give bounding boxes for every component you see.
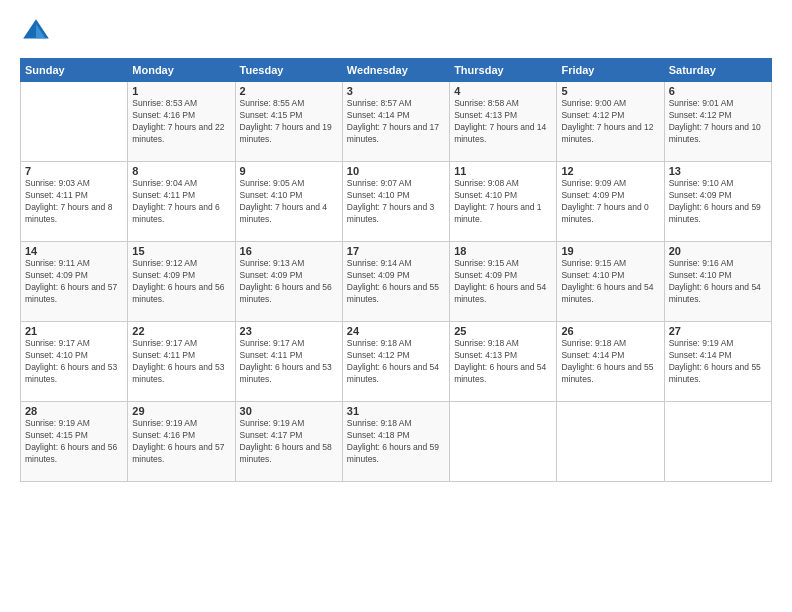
day-info: Sunrise: 8:55 AMSunset: 4:15 PMDaylight:… <box>240 98 338 146</box>
calendar-cell: 8Sunrise: 9:04 AMSunset: 4:11 PMDaylight… <box>128 162 235 242</box>
day-number: 18 <box>454 245 552 257</box>
calendar-cell: 7Sunrise: 9:03 AMSunset: 4:11 PMDaylight… <box>21 162 128 242</box>
day-info: Sunrise: 9:18 AMSunset: 4:12 PMDaylight:… <box>347 338 445 386</box>
svg-marker-1 <box>36 24 46 38</box>
calendar-cell: 10Sunrise: 9:07 AMSunset: 4:10 PMDayligh… <box>342 162 449 242</box>
calendar-cell: 26Sunrise: 9:18 AMSunset: 4:14 PMDayligh… <box>557 322 664 402</box>
weekday-header-thursday: Thursday <box>450 59 557 82</box>
day-info: Sunrise: 9:13 AMSunset: 4:09 PMDaylight:… <box>240 258 338 306</box>
weekday-header-wednesday: Wednesday <box>342 59 449 82</box>
day-info: Sunrise: 9:18 AMSunset: 4:18 PMDaylight:… <box>347 418 445 466</box>
header <box>20 16 772 48</box>
calendar-cell: 23Sunrise: 9:17 AMSunset: 4:11 PMDayligh… <box>235 322 342 402</box>
calendar-cell <box>21 82 128 162</box>
day-number: 21 <box>25 325 123 337</box>
day-info: Sunrise: 9:05 AMSunset: 4:10 PMDaylight:… <box>240 178 338 226</box>
day-info: Sunrise: 9:09 AMSunset: 4:09 PMDaylight:… <box>561 178 659 226</box>
day-info: Sunrise: 9:00 AMSunset: 4:12 PMDaylight:… <box>561 98 659 146</box>
day-info: Sunrise: 8:53 AMSunset: 4:16 PMDaylight:… <box>132 98 230 146</box>
day-number: 13 <box>669 165 767 177</box>
week-row-3: 21Sunrise: 9:17 AMSunset: 4:10 PMDayligh… <box>21 322 772 402</box>
day-number: 28 <box>25 405 123 417</box>
day-info: Sunrise: 9:19 AMSunset: 4:17 PMDaylight:… <box>240 418 338 466</box>
day-info: Sunrise: 9:17 AMSunset: 4:11 PMDaylight:… <box>132 338 230 386</box>
day-number: 15 <box>132 245 230 257</box>
calendar-cell: 13Sunrise: 9:10 AMSunset: 4:09 PMDayligh… <box>664 162 771 242</box>
day-number: 7 <box>25 165 123 177</box>
day-number: 26 <box>561 325 659 337</box>
logo-icon <box>20 16 52 48</box>
day-info: Sunrise: 9:15 AMSunset: 4:09 PMDaylight:… <box>454 258 552 306</box>
calendar-table: SundayMondayTuesdayWednesdayThursdayFrid… <box>20 58 772 482</box>
day-number: 4 <box>454 85 552 97</box>
day-info: Sunrise: 9:11 AMSunset: 4:09 PMDaylight:… <box>25 258 123 306</box>
calendar-cell: 21Sunrise: 9:17 AMSunset: 4:10 PMDayligh… <box>21 322 128 402</box>
day-number: 9 <box>240 165 338 177</box>
calendar-cell: 2Sunrise: 8:55 AMSunset: 4:15 PMDaylight… <box>235 82 342 162</box>
day-info: Sunrise: 9:12 AMSunset: 4:09 PMDaylight:… <box>132 258 230 306</box>
day-number: 6 <box>669 85 767 97</box>
calendar-cell: 22Sunrise: 9:17 AMSunset: 4:11 PMDayligh… <box>128 322 235 402</box>
week-row-0: 1Sunrise: 8:53 AMSunset: 4:16 PMDaylight… <box>21 82 772 162</box>
calendar-cell: 31Sunrise: 9:18 AMSunset: 4:18 PMDayligh… <box>342 402 449 482</box>
day-info: Sunrise: 9:08 AMSunset: 4:10 PMDaylight:… <box>454 178 552 226</box>
day-info: Sunrise: 9:17 AMSunset: 4:11 PMDaylight:… <box>240 338 338 386</box>
calendar-cell: 25Sunrise: 9:18 AMSunset: 4:13 PMDayligh… <box>450 322 557 402</box>
day-info: Sunrise: 9:15 AMSunset: 4:10 PMDaylight:… <box>561 258 659 306</box>
day-number: 25 <box>454 325 552 337</box>
day-info: Sunrise: 8:58 AMSunset: 4:13 PMDaylight:… <box>454 98 552 146</box>
day-info: Sunrise: 9:17 AMSunset: 4:10 PMDaylight:… <box>25 338 123 386</box>
day-number: 8 <box>132 165 230 177</box>
day-number: 2 <box>240 85 338 97</box>
calendar-cell: 1Sunrise: 8:53 AMSunset: 4:16 PMDaylight… <box>128 82 235 162</box>
day-info: Sunrise: 9:01 AMSunset: 4:12 PMDaylight:… <box>669 98 767 146</box>
day-info: Sunrise: 9:14 AMSunset: 4:09 PMDaylight:… <box>347 258 445 306</box>
day-number: 5 <box>561 85 659 97</box>
day-number: 30 <box>240 405 338 417</box>
calendar-cell: 14Sunrise: 9:11 AMSunset: 4:09 PMDayligh… <box>21 242 128 322</box>
calendar-cell: 5Sunrise: 9:00 AMSunset: 4:12 PMDaylight… <box>557 82 664 162</box>
calendar-cell: 11Sunrise: 9:08 AMSunset: 4:10 PMDayligh… <box>450 162 557 242</box>
day-number: 31 <box>347 405 445 417</box>
calendar-cell <box>450 402 557 482</box>
logo <box>20 16 56 48</box>
day-number: 3 <box>347 85 445 97</box>
calendar-cell: 18Sunrise: 9:15 AMSunset: 4:09 PMDayligh… <box>450 242 557 322</box>
weekday-header-saturday: Saturday <box>664 59 771 82</box>
day-info: Sunrise: 9:03 AMSunset: 4:11 PMDaylight:… <box>25 178 123 226</box>
calendar-cell: 27Sunrise: 9:19 AMSunset: 4:14 PMDayligh… <box>664 322 771 402</box>
day-info: Sunrise: 9:07 AMSunset: 4:10 PMDaylight:… <box>347 178 445 226</box>
calendar-cell: 12Sunrise: 9:09 AMSunset: 4:09 PMDayligh… <box>557 162 664 242</box>
weekday-header-tuesday: Tuesday <box>235 59 342 82</box>
day-info: Sunrise: 9:19 AMSunset: 4:15 PMDaylight:… <box>25 418 123 466</box>
calendar-cell: 6Sunrise: 9:01 AMSunset: 4:12 PMDaylight… <box>664 82 771 162</box>
day-info: Sunrise: 9:04 AMSunset: 4:11 PMDaylight:… <box>132 178 230 226</box>
week-row-4: 28Sunrise: 9:19 AMSunset: 4:15 PMDayligh… <box>21 402 772 482</box>
calendar-cell: 17Sunrise: 9:14 AMSunset: 4:09 PMDayligh… <box>342 242 449 322</box>
day-number: 20 <box>669 245 767 257</box>
day-number: 11 <box>454 165 552 177</box>
day-info: Sunrise: 9:18 AMSunset: 4:14 PMDaylight:… <box>561 338 659 386</box>
week-row-1: 7Sunrise: 9:03 AMSunset: 4:11 PMDaylight… <box>21 162 772 242</box>
day-info: Sunrise: 9:10 AMSunset: 4:09 PMDaylight:… <box>669 178 767 226</box>
calendar-cell: 24Sunrise: 9:18 AMSunset: 4:12 PMDayligh… <box>342 322 449 402</box>
day-number: 14 <box>25 245 123 257</box>
calendar-cell: 16Sunrise: 9:13 AMSunset: 4:09 PMDayligh… <box>235 242 342 322</box>
calendar-cell: 15Sunrise: 9:12 AMSunset: 4:09 PMDayligh… <box>128 242 235 322</box>
day-info: Sunrise: 9:18 AMSunset: 4:13 PMDaylight:… <box>454 338 552 386</box>
calendar-cell: 20Sunrise: 9:16 AMSunset: 4:10 PMDayligh… <box>664 242 771 322</box>
calendar-cell: 29Sunrise: 9:19 AMSunset: 4:16 PMDayligh… <box>128 402 235 482</box>
weekday-header-row: SundayMondayTuesdayWednesdayThursdayFrid… <box>21 59 772 82</box>
calendar-cell: 9Sunrise: 9:05 AMSunset: 4:10 PMDaylight… <box>235 162 342 242</box>
day-info: Sunrise: 9:16 AMSunset: 4:10 PMDaylight:… <box>669 258 767 306</box>
day-number: 29 <box>132 405 230 417</box>
calendar-cell: 28Sunrise: 9:19 AMSunset: 4:15 PMDayligh… <box>21 402 128 482</box>
page: SundayMondayTuesdayWednesdayThursdayFrid… <box>0 0 792 612</box>
day-number: 12 <box>561 165 659 177</box>
day-number: 10 <box>347 165 445 177</box>
calendar-cell <box>557 402 664 482</box>
day-number: 23 <box>240 325 338 337</box>
day-info: Sunrise: 9:19 AMSunset: 4:14 PMDaylight:… <box>669 338 767 386</box>
day-number: 16 <box>240 245 338 257</box>
day-number: 24 <box>347 325 445 337</box>
